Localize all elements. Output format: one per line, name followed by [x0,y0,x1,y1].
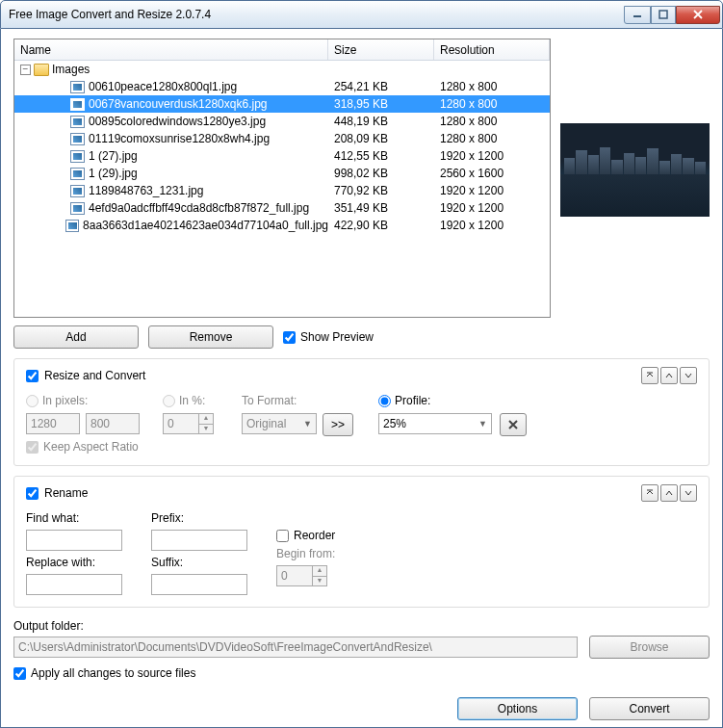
file-row[interactable]: 1189848763_1231.jpg770,92 KB1920 x 1200 [14,182,550,199]
file-size: 422,90 KB [328,219,434,232]
minimize-button[interactable] [624,6,651,24]
panel-top-icon[interactable] [641,484,658,502]
file-name: 1 (29).jpg [89,167,328,180]
show-preview-checkbox[interactable] [283,331,296,344]
find-what-input[interactable] [26,530,122,551]
file-size: 351,49 KB [328,201,434,215]
rename-enable-checkbox[interactable] [26,487,39,500]
image-file-icon [70,133,85,145]
reorder-check[interactable]: Reorder [276,529,335,542]
convert-button[interactable]: Convert [589,697,710,720]
svg-rect-3 [647,490,653,491]
close-button[interactable] [676,6,720,24]
file-resolution: 1920 x 1200 [434,201,550,215]
panel-up-icon[interactable] [660,367,678,384]
image-file-icon [70,98,85,111]
file-row[interactable]: 00678vancouverdusk1280xqk6.jpg318,95 KB1… [14,95,550,113]
file-row[interactable]: 8aa3663d1ae40214623ae034d77104a0_full.jp… [14,217,550,234]
height-input[interactable]: 800 [86,413,140,434]
svg-rect-1 [659,11,667,18]
file-resolution: 1920 x 1200 [434,149,550,163]
apply-format-button[interactable]: >> [323,413,353,436]
col-header-resolution[interactable]: Resolution [434,39,550,60]
file-row[interactable]: 00895coloredwindows1280ye3.jpg448,19 KB1… [14,113,550,130]
file-resolution: 1280 x 800 [434,132,550,145]
image-file-icon [70,116,85,128]
file-resolution: 1280 x 800 [434,115,550,128]
file-name: 00610peace1280x800ql1.jpg [89,80,328,93]
file-row[interactable]: 1 (29).jpg998,02 KB2560 x 1600 [14,165,550,182]
image-file-icon [65,220,79,232]
show-preview-check[interactable]: Show Preview [283,330,374,344]
maximize-button[interactable] [651,6,676,24]
window-title: Free Image Convert and Resize 2.0.7.4 [9,8,624,21]
prefix-label: Prefix: [151,511,247,525]
resize-enable-checkbox[interactable] [26,370,39,382]
file-resolution: 1920 x 1200 [434,219,550,232]
output-folder-input[interactable] [13,637,578,658]
preview-pane [560,39,710,349]
file-name: 4efd9a0adcffbff49cda8d8cfb87f872_full.jp… [89,201,328,215]
output-folder-label: Output folder: [13,619,710,633]
tree-root[interactable]: −Images [14,61,550,78]
file-row[interactable]: 4efd9a0adcffbff49cda8d8cfb87f872_full.jp… [14,199,550,217]
file-row[interactable]: 00610peace1280x800ql1.jpg254,21 KB1280 x… [14,78,550,95]
file-name: 1189848763_1231.jpg [89,184,328,197]
replace-with-input[interactable] [26,574,122,595]
suffix-input[interactable] [151,574,247,595]
in-pixels-radio[interactable]: In pixels: [26,394,149,407]
resize-title: Resize and Convert [44,369,641,382]
begin-from-input[interactable]: 0 [276,565,313,586]
format-combo[interactable]: Original▼ [242,413,317,434]
file-resolution: 2560 x 1600 [434,167,550,180]
file-size: 770,92 KB [328,184,434,197]
collapse-icon[interactable]: − [20,65,31,75]
begin-from-label: Begin from: [276,547,335,560]
preview-image [560,123,710,217]
titlebar[interactable]: Free Image Convert and Resize 2.0.7.4 [0,0,723,29]
file-size: 254,21 KB [328,80,434,93]
panel-up-icon[interactable] [660,484,678,502]
add-button[interactable]: Add [13,325,139,349]
file-resolution: 1280 x 800 [434,97,550,111]
panel-top-icon[interactable] [641,367,658,384]
file-name: 00895coloredwindows1280ye3.jpg [89,115,328,128]
delete-profile-button[interactable] [500,413,527,436]
svg-rect-2 [647,373,653,374]
file-name: 8aa3663d1ae40214623ae034d77104a0_full.jp… [83,219,328,232]
file-size: 208,09 KB [328,132,434,145]
profile-radio[interactable]: Profile: [378,394,697,407]
prefix-input[interactable] [151,530,247,551]
image-file-icon [70,150,85,163]
image-file-icon [70,168,85,180]
image-file-icon [70,185,85,197]
file-name: 00678vancouverdusk1280xqk6.jpg [89,97,328,111]
col-header-name[interactable]: Name [14,39,328,60]
find-what-label: Find what: [26,511,122,525]
file-list[interactable]: Name Size Resolution −Images00610peace12… [13,39,551,318]
file-size: 318,95 KB [328,97,434,111]
rename-title: Rename [44,486,641,500]
width-input[interactable]: 1280 [26,413,80,434]
svg-rect-0 [633,15,641,17]
percent-input[interactable]: 0 [163,413,199,434]
to-format-label: To Format: [242,394,365,407]
file-row[interactable]: 01119comoxsunrise1280x8wh4.jpg208,09 KB1… [14,130,550,147]
file-resolution: 1920 x 1200 [434,184,550,197]
apply-all-check[interactable]: Apply all changes to source files [13,666,710,680]
file-size: 412,55 KB [328,149,434,163]
profile-combo[interactable]: 25%▼ [378,413,492,434]
file-row[interactable]: 1 (27).jpg412,55 KB1920 x 1200 [14,147,550,165]
col-header-size[interactable]: Size [328,39,434,60]
options-button[interactable]: Options [457,697,578,720]
folder-icon [34,64,49,76]
in-percent-radio[interactable]: In %: [163,394,228,407]
panel-down-icon[interactable] [680,367,697,384]
file-size: 448,19 KB [328,115,434,128]
suffix-label: Suffix: [151,556,247,569]
keep-aspect-check[interactable]: Keep Aspect Ratio [26,440,149,454]
browse-button[interactable]: Browse [589,636,710,659]
file-name: 1 (27).jpg [89,149,328,163]
panel-down-icon[interactable] [680,484,697,502]
remove-button[interactable]: Remove [148,325,273,349]
